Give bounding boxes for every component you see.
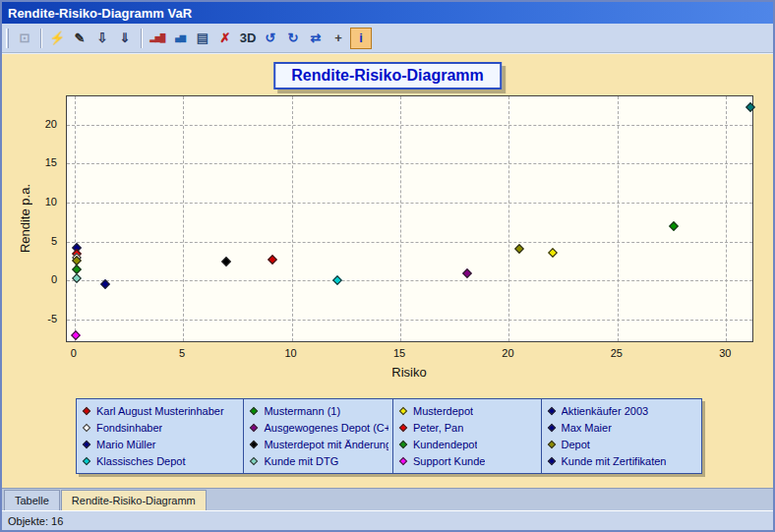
legend-label: Support Kunde — [413, 455, 485, 467]
toolbar-grip-icon[interactable] — [6, 29, 9, 48]
legend-label: Depot — [562, 439, 590, 450]
refresh-icon[interactable]: ⚡ — [46, 28, 68, 49]
diamond-icon — [83, 440, 90, 447]
legend-item[interactable]: Mario Müller — [77, 436, 243, 452]
x-tick-label: 20 — [502, 347, 513, 359]
gridline-vertical — [400, 96, 401, 341]
diamond-icon — [399, 406, 407, 414]
diamond-icon — [547, 456, 555, 464]
data-point-marker[interactable] — [332, 276, 342, 286]
legend-item[interactable]: Max Maier — [542, 419, 701, 436]
data-point-marker[interactable] — [669, 221, 679, 231]
bar-chart-icon[interactable]: ▂▅█ — [147, 28, 168, 49]
legend-item[interactable]: Kunde mit Zertifikaten — [542, 452, 701, 469]
3d-icon[interactable]: 3D — [237, 28, 259, 49]
status-objects-count: Objekte: 16 — [8, 515, 63, 527]
legend-column: Mustermann (1)Ausgewogenes Depot (C+)Mus… — [244, 399, 393, 473]
y-tick-label: 0 — [2, 273, 57, 285]
title-bar[interactable]: Rendite-Risiko-Diagramm VaR — [2, 2, 773, 24]
legend-item[interactable]: Klassisches Depot — [77, 452, 243, 469]
diamond-icon — [250, 423, 258, 431]
legend-item[interactable]: Kundendepot — [393, 436, 541, 452]
data-point-marker[interactable] — [548, 248, 558, 258]
y-tick-label: 15 — [2, 156, 57, 168]
diamond-icon — [83, 423, 90, 431]
x-tick-label: 5 — [179, 347, 185, 359]
legend-label: Kundendepot — [413, 439, 477, 450]
chart-title: Rendite-Risiko-Diagramm — [291, 67, 484, 84]
legend-label: Musterdepot mit Änderungen — [264, 439, 388, 450]
flip-axes-icon[interactable]: ⇄ — [305, 28, 327, 49]
y-tick-label: 5 — [2, 235, 57, 247]
data-point-marker[interactable] — [71, 330, 81, 340]
legend-item[interactable]: Karl August Musterinhaber — [77, 402, 243, 419]
legend-column: Aktienkäufer 2003Max MaierDepotKunde mit… — [542, 399, 701, 473]
legend-label: Musterdepot — [413, 405, 473, 417]
legend-label: Karl August Musterinhaber — [96, 405, 224, 417]
diamond-icon — [547, 423, 555, 431]
chart-title-box[interactable]: Rendite-Risiko-Diagramm — [273, 62, 502, 89]
status-bar: Objekte: 16 — [2, 510, 773, 530]
chart-panel: Rendite-Risiko-Diagramm Rendite p.a. Ris… — [2, 53, 773, 488]
sort-descending-icon[interactable]: ⇓ — [114, 28, 136, 49]
y-axis-label-wrap: Rendite p.a. — [16, 95, 33, 342]
legend-label: Mario Müller — [96, 439, 156, 450]
legend-item[interactable]: Aktienkäufer 2003 — [542, 402, 701, 419]
legend-column: Karl August MusterinhaberFondsinhaberMar… — [77, 399, 244, 473]
legend-label: Fondsinhaber — [96, 422, 162, 434]
y-tick-label: 10 — [2, 196, 57, 207]
data-point-marker[interactable] — [221, 257, 231, 266]
legend-item[interactable]: Depot — [542, 436, 701, 452]
legend-item[interactable]: Kunde mit DTG — [244, 452, 392, 469]
diamond-icon — [250, 440, 258, 447]
data-point-marker[interactable] — [515, 244, 525, 254]
legend-label: Klassisches Depot — [96, 455, 186, 467]
gridline-horizontal — [67, 280, 752, 281]
legend-label: Ausgewogenes Depot (C+) — [264, 422, 388, 434]
legend-label: Peter, Pan — [413, 422, 463, 434]
diamond-icon — [399, 440, 407, 447]
x-tick-label: 30 — [719, 347, 731, 359]
legend-label: Kunde mit Zertifikaten — [562, 455, 667, 467]
data-point-marker[interactable] — [745, 102, 755, 112]
data-point-marker[interactable] — [463, 268, 473, 278]
legend-label: Kunde mit DTG — [264, 455, 338, 467]
app-window: Rendite-Risiko-Diagramm VaR ⊡⚡✎⇩⇓▂▅█▄▆▤✗… — [0, 0, 775, 532]
edit-chart-icon[interactable]: ✎ — [69, 28, 90, 49]
rotate-icon[interactable]: ↻ — [282, 28, 304, 49]
gridline-horizontal — [67, 163, 752, 164]
diamond-icon — [547, 406, 555, 414]
x-tick-label: 15 — [393, 347, 405, 359]
data-point-marker[interactable] — [72, 273, 82, 283]
diamond-icon — [250, 456, 258, 464]
tab-rendite-risiko-diagramm[interactable]: Rendite-Risiko-Diagramm — [61, 490, 207, 510]
add-icon[interactable]: + — [328, 28, 349, 49]
data-point-marker[interactable] — [268, 255, 277, 265]
legend-item[interactable]: Peter, Pan — [393, 419, 541, 436]
legend-item[interactable]: Ausgewogenes Depot (C+) — [244, 419, 392, 436]
legend-item[interactable]: Musterdepot — [393, 402, 541, 419]
y-tick-label: -5 — [2, 313, 57, 325]
delete-chart-icon[interactable]: ✗ — [214, 28, 236, 49]
tab-tabelle[interactable]: Tabelle — [4, 490, 60, 510]
gridline-horizontal — [67, 320, 752, 321]
diamond-icon — [399, 423, 407, 431]
legend-item[interactable]: Mustermann (1) — [244, 402, 392, 419]
legend-item[interactable]: Fondsinhaber — [77, 419, 243, 436]
gridline-horizontal — [67, 242, 752, 243]
sort-ascending-icon[interactable]: ⇩ — [91, 28, 113, 49]
legend-item[interactable]: Musterdepot mit Änderungen — [244, 436, 392, 452]
legend-label: Aktienkäufer 2003 — [562, 405, 649, 417]
area-chart-icon[interactable]: ▄▆ — [169, 28, 191, 49]
toolbar-separator — [141, 29, 143, 48]
info-icon[interactable]: i — [350, 28, 372, 49]
diamond-icon — [83, 406, 90, 414]
gridline-vertical — [183, 96, 184, 341]
data-point-marker[interactable] — [72, 265, 82, 274]
export-icon: ⊡ — [14, 28, 35, 49]
chart-page-icon[interactable]: ▤ — [192, 28, 213, 49]
diamond-icon — [399, 456, 407, 464]
legend-item[interactable]: Support Kunde — [393, 452, 541, 469]
plot-area[interactable] — [66, 95, 753, 342]
zoom-rotate-icon[interactable]: ↺ — [260, 28, 281, 49]
